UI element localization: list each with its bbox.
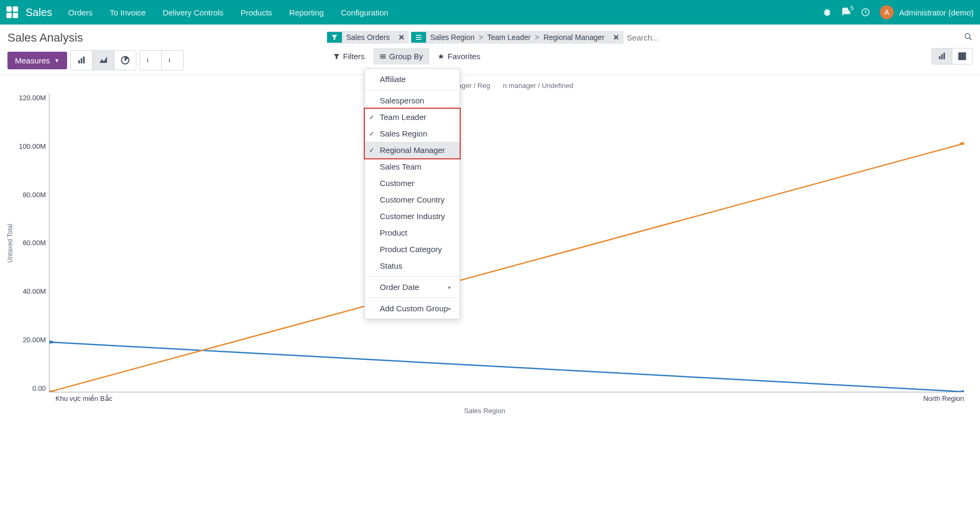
svg-rect-1 bbox=[78, 60, 80, 63]
dropdown-item-product[interactable]: Product bbox=[365, 224, 460, 241]
legend-label-1: n manager / Undefined bbox=[503, 82, 573, 90]
groupby-button[interactable]: Group By bbox=[373, 48, 429, 64]
caret-down-icon: ▼ bbox=[54, 58, 60, 63]
nav-delivery-controls[interactable]: Delivery Controls bbox=[162, 8, 223, 17]
dropdown-item-add-custom-group[interactable]: Add Custom Group▸ bbox=[365, 300, 460, 317]
dropdown-item-customer-industry[interactable]: Customer Industry bbox=[365, 208, 460, 224]
chat-icon[interactable]: 5 bbox=[842, 7, 851, 18]
dropdown-item-sales-team[interactable]: Sales Team bbox=[365, 158, 460, 175]
dropdown-item-salesperson[interactable]: Salesperson bbox=[365, 92, 460, 109]
dropdown-item-team-leader[interactable]: Team Leader bbox=[365, 109, 460, 125]
dropdown-item-order-date[interactable]: Order Date▸ bbox=[365, 279, 460, 295]
groupby-facet-2: Regional Manager bbox=[543, 33, 604, 42]
avatar: A bbox=[880, 5, 894, 19]
dropdown-item-affiliate[interactable]: Affiliate bbox=[365, 71, 460, 87]
favorites-button[interactable]: Favorites bbox=[431, 48, 487, 64]
search-icon[interactable] bbox=[964, 33, 973, 43]
chat-badge: 5 bbox=[848, 4, 856, 12]
funnel-icon bbox=[327, 32, 342, 43]
svg-rect-2 bbox=[80, 58, 82, 63]
filter-facet-remove[interactable]: ✕ bbox=[394, 31, 409, 44]
nav-products[interactable]: Products bbox=[241, 8, 272, 17]
control-panel: Sales Analysis Measures ▼ Sales Orders bbox=[0, 25, 980, 75]
chart-area: Region manager / Reg n manager / Undefin… bbox=[0, 75, 980, 425]
toolbar: Measures ▼ bbox=[7, 50, 327, 70]
x-ticks: Khu vực miền Bắc North Region bbox=[5, 392, 964, 402]
nav-reporting[interactable]: Reporting bbox=[289, 8, 324, 17]
legend-item-1[interactable]: n manager / Undefined bbox=[503, 82, 573, 90]
svg-rect-15 bbox=[943, 53, 945, 59]
filter-facet: Sales Orders ✕ bbox=[327, 31, 409, 44]
funnel-icon bbox=[333, 53, 340, 60]
dropdown-item-customer-country[interactable]: Customer Country bbox=[365, 191, 460, 208]
nav-to-invoice[interactable]: To Invoice bbox=[110, 8, 146, 17]
list-icon bbox=[411, 32, 426, 43]
groupby-facet: Sales Region > Team Leader > Regional Ma… bbox=[411, 31, 624, 44]
measures-button[interactable]: Measures ▼ bbox=[7, 52, 67, 69]
svg-rect-3 bbox=[83, 57, 85, 63]
svg-rect-6 bbox=[415, 37, 421, 38]
groupby-dropdown: AffiliateSalespersonTeam LeaderSales Reg… bbox=[364, 68, 460, 319]
clock-icon[interactable] bbox=[861, 7, 870, 17]
sort-desc-button[interactable] bbox=[140, 51, 162, 70]
nav-right: 5 A Administrator (demo) bbox=[822, 5, 974, 19]
filter-facet-text: Sales Orders bbox=[342, 31, 394, 44]
chart-plot[interactable] bbox=[49, 94, 964, 392]
dropdown-item-product-category[interactable]: Product Category bbox=[365, 241, 460, 257]
svg-rect-10 bbox=[380, 54, 386, 55]
pivot-view-button[interactable] bbox=[952, 49, 972, 64]
search-input[interactable] bbox=[627, 33, 961, 42]
apps-icon[interactable] bbox=[6, 6, 18, 18]
pie-chart-button[interactable] bbox=[115, 51, 136, 70]
groupby-facet-1: Team Leader bbox=[487, 33, 531, 42]
svg-point-8 bbox=[965, 34, 970, 38]
nav-links: Orders To Invoice Delivery Controls Prod… bbox=[68, 8, 822, 17]
bug-icon[interactable] bbox=[822, 7, 832, 17]
measures-label: Measures bbox=[15, 56, 50, 65]
bar-chart-button[interactable] bbox=[71, 51, 93, 70]
filter-buttons: Filters Group By Favorites AffiliateSale… bbox=[327, 48, 487, 64]
user-menu[interactable]: A Administrator (demo) bbox=[880, 5, 974, 19]
line-chart-button[interactable] bbox=[93, 51, 115, 70]
svg-rect-7 bbox=[415, 39, 421, 40]
user-name: Administrator (demo) bbox=[899, 8, 974, 17]
dropdown-item-status[interactable]: Status bbox=[365, 257, 460, 274]
svg-line-9 bbox=[969, 38, 971, 40]
app-brand[interactable]: Sales bbox=[26, 6, 52, 19]
graph-view-button[interactable] bbox=[932, 49, 952, 64]
svg-rect-13 bbox=[939, 57, 941, 60]
sort-asc-button[interactable] bbox=[162, 51, 183, 70]
svg-rect-14 bbox=[941, 54, 943, 59]
svg-rect-5 bbox=[415, 35, 421, 36]
page-title: Sales Analysis bbox=[7, 31, 327, 45]
list-icon bbox=[380, 53, 386, 60]
dropdown-item-customer[interactable]: Customer bbox=[365, 175, 460, 191]
svg-rect-11 bbox=[380, 56, 386, 57]
star-icon bbox=[438, 53, 444, 60]
svg-point-21 bbox=[50, 341, 54, 344]
nav-configuration[interactable]: Configuration bbox=[341, 8, 388, 17]
svg-rect-16 bbox=[959, 53, 966, 60]
groupby-facet-0: Sales Region bbox=[430, 33, 475, 42]
filters-button[interactable]: Filters bbox=[327, 48, 371, 64]
x-tick-0: Khu vực miền Bắc bbox=[55, 394, 112, 402]
search-bar: Sales Orders ✕ Sales Region > Team Leade… bbox=[327, 31, 973, 44]
y-axis-label: Untaxed Total bbox=[5, 94, 15, 392]
y-ticks: 120.00M100.00M80.00M60.00M40.00M20.00M0.… bbox=[15, 94, 49, 392]
x-axis-label: Sales Region bbox=[5, 407, 964, 415]
groupby-facet-remove[interactable]: ✕ bbox=[609, 31, 624, 44]
svg-rect-12 bbox=[380, 58, 386, 59]
svg-point-22 bbox=[959, 390, 964, 392]
top-nav: Sales Orders To Invoice Delivery Control… bbox=[0, 0, 980, 25]
x-tick-1: North Region bbox=[923, 394, 964, 402]
chart-legend: Region manager / Reg n manager / Undefin… bbox=[5, 82, 964, 90]
dropdown-item-regional-manager[interactable]: Regional Manager bbox=[365, 142, 460, 158]
dropdown-item-sales-region[interactable]: Sales Region bbox=[365, 125, 460, 142]
nav-orders[interactable]: Orders bbox=[68, 8, 93, 17]
